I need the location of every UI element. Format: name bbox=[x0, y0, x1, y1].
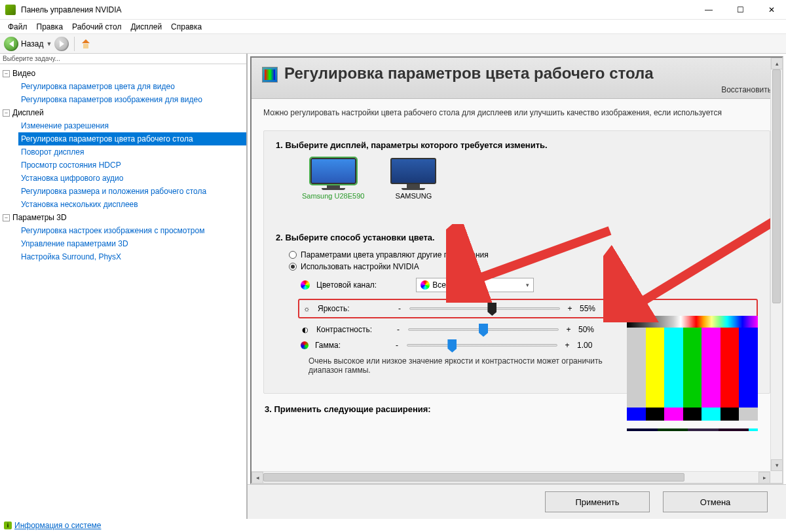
dark-preview bbox=[627, 428, 758, 431]
radio-icon bbox=[289, 263, 297, 271]
slider-plus: + bbox=[567, 304, 573, 313]
arrow-left-icon bbox=[9, 41, 14, 47]
section1-title: 1. Выберите дисплей, параметры которого … bbox=[276, 140, 758, 150]
maximize-button[interactable]: ☐ bbox=[731, 3, 749, 16]
color-bars-preview bbox=[627, 316, 758, 421]
contrast-icon: ◐ bbox=[301, 325, 310, 334]
tree-link[interactable]: Изменение разрешения bbox=[18, 119, 246, 132]
slider-plus: + bbox=[564, 341, 571, 350]
toolbar: Назад ▼ bbox=[0, 34, 786, 54]
menu-file[interactable]: Файл bbox=[4, 21, 31, 33]
contrast-slider[interactable] bbox=[408, 328, 559, 331]
tree-link[interactable]: Регулировка параметров цвета для видео bbox=[18, 80, 246, 93]
scroll-thumb[interactable] bbox=[263, 473, 684, 482]
tree-link[interactable]: Регулировка размера и положения рабочего… bbox=[18, 185, 246, 198]
page-description: Можно регулировать настройки цвета рабоч… bbox=[263, 108, 782, 117]
contrast-value: 50% bbox=[578, 325, 605, 334]
system-info-link[interactable]: Информация о системе bbox=[14, 521, 101, 530]
tree-group-label: Дисплей bbox=[12, 107, 44, 119]
gamma-slider[interactable] bbox=[407, 344, 557, 347]
tree-group-video[interactable]: − Видео bbox=[0, 67, 246, 80]
content-area: Регулировка параметров цвета рабочего ст… bbox=[250, 56, 783, 484]
collapse-icon[interactable]: − bbox=[3, 214, 10, 221]
radio-other-apps[interactable]: Параметрами цвета управляют другие прило… bbox=[289, 250, 758, 259]
menu-display[interactable]: Дисплей bbox=[126, 21, 166, 33]
tree-group-label: Видео bbox=[12, 67, 35, 79]
radio-nvidia[interactable]: Использовать настройки NVIDIA bbox=[289, 262, 758, 271]
brightness-slider[interactable] bbox=[409, 307, 560, 310]
menu-edit[interactable]: Правка bbox=[33, 21, 67, 33]
display-label: SAMSUNG bbox=[390, 192, 436, 200]
color-wheel-icon bbox=[301, 280, 310, 290]
toolbar-separator bbox=[74, 37, 75, 51]
radio-icon bbox=[289, 251, 297, 259]
tree-link[interactable]: Настройка Surround, PhysX bbox=[18, 250, 246, 263]
minimize-button[interactable]: — bbox=[700, 3, 718, 16]
channel-value: Все каналы bbox=[432, 280, 475, 290]
brightness-icon: ☼ bbox=[302, 304, 311, 313]
slider-minus: - bbox=[395, 325, 402, 334]
home-icon[interactable] bbox=[80, 38, 92, 50]
tree-link[interactable]: Установка нескольких дисплеев bbox=[18, 198, 246, 211]
scroll-left-icon[interactable]: ◂ bbox=[252, 472, 263, 484]
vertical-scrollbar[interactable]: ▴ ▾ bbox=[770, 58, 782, 471]
info-icon: i bbox=[4, 522, 12, 529]
tree-group-3d[interactable]: − Параметры 3D bbox=[0, 211, 246, 224]
radio-label: Параметрами цвета управляют другие прило… bbox=[301, 250, 489, 259]
tree-link[interactable]: Поворот дисплея bbox=[18, 145, 246, 159]
page-header-icon bbox=[262, 67, 278, 83]
horizontal-scrollbar[interactable]: ◂ ▸ bbox=[252, 471, 770, 483]
restore-link[interactable]: Восстановить bbox=[262, 85, 772, 94]
display-item-1[interactable]: Samsung U28E590 bbox=[302, 158, 364, 200]
bottom-bar: i Информация о системе bbox=[0, 519, 786, 532]
back-dropdown-icon[interactable]: ▼ bbox=[46, 41, 52, 47]
scroll-up-icon[interactable]: ▴ bbox=[771, 58, 783, 69]
scroll-right-icon[interactable]: ▸ bbox=[758, 472, 770, 484]
collapse-icon[interactable]: − bbox=[3, 109, 10, 117]
cancel-button[interactable]: Отмена bbox=[663, 491, 768, 512]
menu-desktop[interactable]: Рабочий стол bbox=[68, 21, 125, 33]
radio-label: Использовать настройки NVIDIA bbox=[301, 262, 419, 271]
page-header: Регулировка параметров цвета рабочего ст… bbox=[252, 58, 782, 99]
slider-thumb[interactable] bbox=[487, 303, 496, 316]
menu-help[interactable]: Справка bbox=[167, 21, 206, 33]
tree-link-selected[interactable]: Регулировка параметров цвета рабочего ст… bbox=[18, 132, 246, 145]
footer: Применить Отмена bbox=[248, 484, 786, 519]
slider-plus: + bbox=[565, 325, 572, 334]
slider-minus: - bbox=[396, 304, 403, 313]
app-icon bbox=[5, 5, 16, 15]
tree-link[interactable]: Управление параметрами 3D bbox=[18, 237, 246, 250]
display-item-2[interactable]: SAMSUNG bbox=[390, 158, 436, 200]
back-label: Назад bbox=[21, 39, 43, 48]
slider-thumb[interactable] bbox=[479, 324, 488, 337]
gamma-label: Гамма: bbox=[315, 341, 387, 350]
channel-label: Цветовой канал: bbox=[316, 280, 377, 290]
slider-hint: Очень высокое или низкое значение яркост… bbox=[309, 356, 623, 375]
back-button[interactable]: Назад ▼ bbox=[4, 37, 52, 51]
brightness-value: 55% bbox=[580, 304, 606, 313]
tree-link[interactable]: Просмотр состояния HDCP bbox=[18, 159, 246, 172]
window-title: Панель управления NVIDIA bbox=[21, 5, 700, 14]
arrow-right-icon bbox=[60, 41, 64, 47]
close-button[interactable]: ✕ bbox=[762, 3, 781, 16]
scroll-thumb[interactable] bbox=[772, 69, 781, 303]
display-label: Samsung U28E590 bbox=[302, 192, 364, 200]
menubar: Файл Правка Рабочий стол Дисплей Справка bbox=[0, 20, 786, 34]
task-tree: − Видео Регулировка параметров цвета для… bbox=[0, 64, 246, 516]
collapse-icon[interactable]: − bbox=[3, 70, 10, 77]
tree-link[interactable]: Регулировка настроек изображения с просм… bbox=[18, 224, 246, 237]
brightness-label: Яркость: bbox=[318, 304, 390, 313]
tree-group-display[interactable]: − Дисплей bbox=[0, 106, 246, 119]
channel-select[interactable]: Все каналы ▾ bbox=[416, 278, 534, 292]
scroll-down-icon[interactable]: ▾ bbox=[771, 459, 783, 471]
tree-link[interactable]: Регулировка параметров изображения для в… bbox=[18, 93, 246, 106]
sidebar: Выберите задачу... − Видео Регулировка п… bbox=[0, 54, 248, 519]
forward-button[interactable] bbox=[54, 37, 69, 51]
apply-button[interactable]: Применить bbox=[545, 491, 650, 512]
tree-group-label: Параметры 3D bbox=[12, 212, 67, 223]
slider-thumb[interactable] bbox=[447, 339, 457, 352]
tree-link[interactable]: Установка цифрового аудио bbox=[18, 172, 246, 185]
slider-minus: - bbox=[394, 341, 400, 350]
sidebar-caption: Выберите задачу... bbox=[0, 54, 246, 64]
page-title: Регулировка параметров цвета рабочего ст… bbox=[284, 64, 772, 83]
